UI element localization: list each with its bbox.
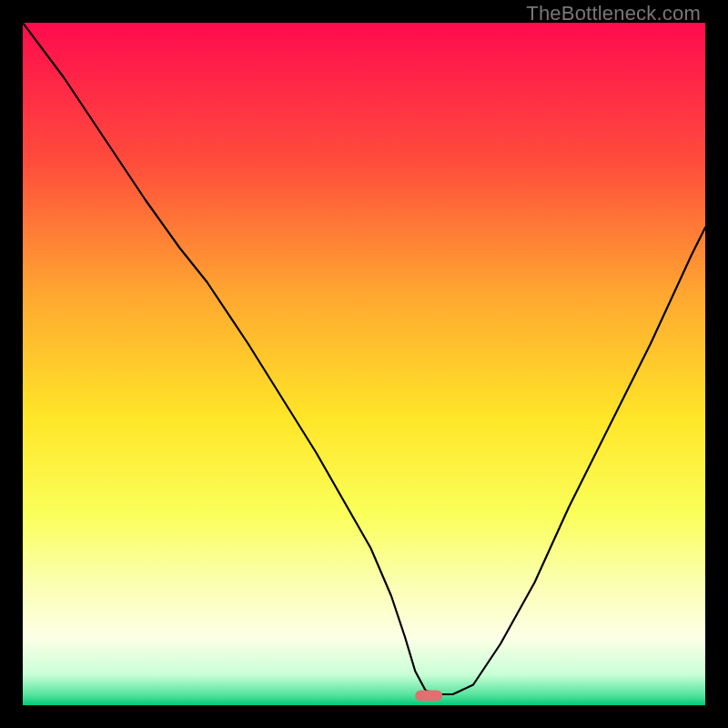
gradient-background (23, 23, 705, 705)
plot-area (23, 23, 705, 705)
chart-frame: TheBottleneck.com (0, 0, 728, 728)
optimal-point-marker (415, 691, 442, 702)
bottleneck-chart (23, 23, 705, 705)
